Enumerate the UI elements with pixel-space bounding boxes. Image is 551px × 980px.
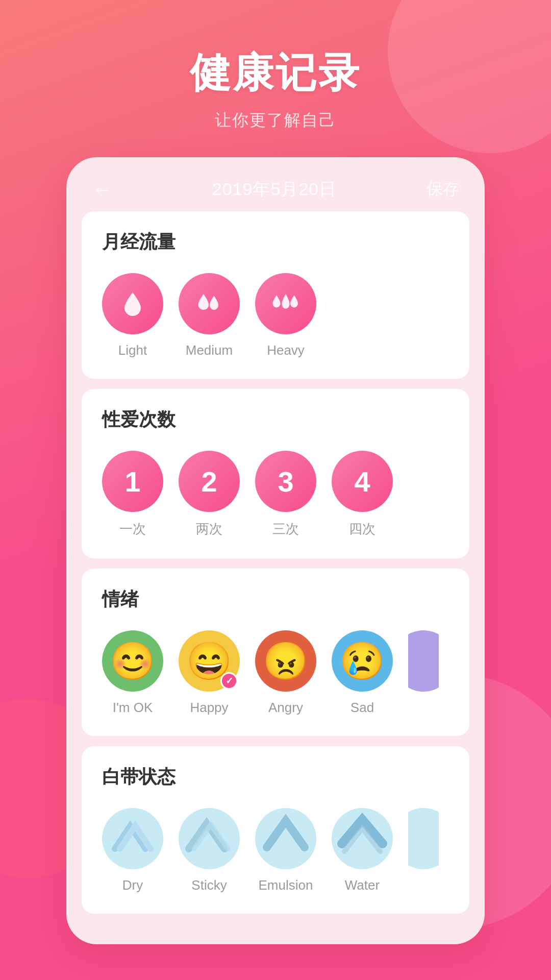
back-button[interactable]: ← <box>92 179 122 201</box>
emotion-check-happy: ✓ <box>220 672 238 690</box>
emotion-emoji-ok: 😊 <box>110 640 156 683</box>
discharge-icon-emulsion <box>258 811 314 867</box>
phone-card: ← 2019年5月20日 保存 月经流量 Light <box>66 157 485 944</box>
sex-circle-3: 3 <box>255 451 316 512</box>
emotion-item-angry[interactable]: 😠 Angry <box>255 630 316 716</box>
flow-circle-heavy <box>255 273 316 334</box>
discharge-overflow-hint <box>408 808 439 869</box>
flow-drop-light-icon <box>117 288 148 319</box>
sex-circle-4: 4 <box>332 451 393 512</box>
sex-item-1[interactable]: 1 一次 <box>102 451 163 538</box>
header-date: 2019年5月20日 <box>212 178 337 201</box>
discharge-label-sticky: Sticky <box>191 877 227 893</box>
sex-count-1: 1 <box>124 465 140 498</box>
emotion-label-sad: Sad <box>350 700 374 716</box>
sex-label-2: 两次 <box>196 520 222 538</box>
sex-count-3: 3 <box>278 465 293 498</box>
discharge-items-row: Dry Sticky <box>102 808 449 893</box>
discharge-circle-sticky <box>179 808 240 869</box>
flow-label-heavy: Heavy <box>267 342 305 358</box>
flow-circle-medium <box>179 273 240 334</box>
emotion-emoji-angry: 😠 <box>263 640 309 683</box>
emotion-items-row: 😊 I'm OK 😄 ✓ Happy <box>102 630 449 716</box>
emotion-section: 情绪 😊 I'm OK 😄 ✓ <box>82 569 469 736</box>
page-title: 健康记录 <box>0 46 551 101</box>
check-icon: ✓ <box>226 675 233 687</box>
emotion-item-happy[interactable]: 😄 ✓ Happy <box>179 630 240 716</box>
flow-drop-medium-icon <box>194 288 224 319</box>
top-bar: ← 2019年5月20日 保存 <box>71 162 480 211</box>
sex-label-4: 四次 <box>349 520 375 538</box>
emotion-label-angry: Angry <box>268 700 303 716</box>
discharge-item-dry[interactable]: Dry <box>102 808 163 893</box>
phone-inner: ← 2019年5月20日 保存 月经流量 Light <box>71 162 480 939</box>
discharge-circle-more <box>408 808 439 869</box>
emotion-overflow-hint <box>408 630 439 692</box>
discharge-item-water[interactable]: Water <box>332 808 393 893</box>
sex-circle-2: 2 <box>179 451 240 512</box>
discharge-circle-water <box>332 808 393 869</box>
flow-drop-heavy-icon <box>270 288 301 319</box>
discharge-item-emulsion[interactable]: Emulsion <box>255 808 316 893</box>
flow-title: 月经流量 <box>102 230 449 255</box>
flow-item-medium[interactable]: Medium <box>179 273 240 358</box>
sex-label-1: 一次 <box>119 520 146 538</box>
discharge-icon-dry <box>105 811 161 867</box>
sex-count-4: 4 <box>354 465 370 498</box>
flow-item-light[interactable]: Light <box>102 273 163 358</box>
sex-circle-1: 1 <box>102 451 163 512</box>
emotion-emoji-sad: 😢 <box>339 640 385 683</box>
flow-items-row: Light Medium <box>102 273 449 358</box>
sex-item-2[interactable]: 2 两次 <box>179 451 240 538</box>
discharge-item-more <box>408 808 439 869</box>
discharge-title: 白带状态 <box>102 765 449 790</box>
sex-title: 性爱次数 <box>102 407 449 432</box>
save-button[interactable]: 保存 <box>427 178 459 201</box>
discharge-circle-emulsion <box>255 808 316 869</box>
svg-point-1 <box>183 812 236 865</box>
discharge-icon-water <box>334 811 390 867</box>
sex-items-row: 1 一次 2 两次 3 三次 <box>102 451 449 538</box>
page-header: 健康记录 让你更了解自己 <box>0 0 551 157</box>
flow-label-light: Light <box>118 342 147 358</box>
svg-point-0 <box>106 812 159 865</box>
emotion-item-ok[interactable]: 😊 I'm OK <box>102 630 163 716</box>
discharge-circle-dry <box>102 808 163 869</box>
discharge-icon-sticky <box>181 811 237 867</box>
emotion-item-sad[interactable]: 😢 Sad <box>332 630 393 716</box>
discharge-label-dry: Dry <box>122 877 143 893</box>
discharge-item-sticky[interactable]: Sticky <box>179 808 240 893</box>
emotion-circle-sad: 😢 <box>332 630 393 692</box>
discharge-section: 白带状态 Dry <box>82 746 469 914</box>
flow-label-medium: Medium <box>186 342 233 358</box>
flow-section: 月经流量 Light <box>82 211 469 379</box>
emotion-item-more <box>408 630 439 692</box>
sex-count-2: 2 <box>201 465 217 498</box>
sex-section: 性爱次数 1 一次 2 两次 <box>82 389 469 558</box>
scroll-content: 月经流量 Light <box>71 211 480 939</box>
discharge-label-water: Water <box>345 877 380 893</box>
page-subtitle: 让你更了解自己 <box>0 109 551 132</box>
flow-item-heavy[interactable]: Heavy <box>255 273 316 358</box>
emotion-circle-more <box>408 630 439 692</box>
emotion-title: 情绪 <box>102 587 449 612</box>
emotion-circle-angry: 😠 <box>255 630 316 692</box>
emotion-circle-ok: 😊 <box>102 630 163 692</box>
flow-circle-light <box>102 273 163 334</box>
discharge-label-emulsion: Emulsion <box>259 877 313 893</box>
emotion-circle-happy: 😄 ✓ <box>179 630 240 692</box>
sex-item-3[interactable]: 3 三次 <box>255 451 316 538</box>
emotion-label-ok: I'm OK <box>113 700 153 716</box>
sex-item-4[interactable]: 4 四次 <box>332 451 393 538</box>
emotion-label-happy: Happy <box>190 700 228 716</box>
sex-label-3: 三次 <box>272 520 299 538</box>
